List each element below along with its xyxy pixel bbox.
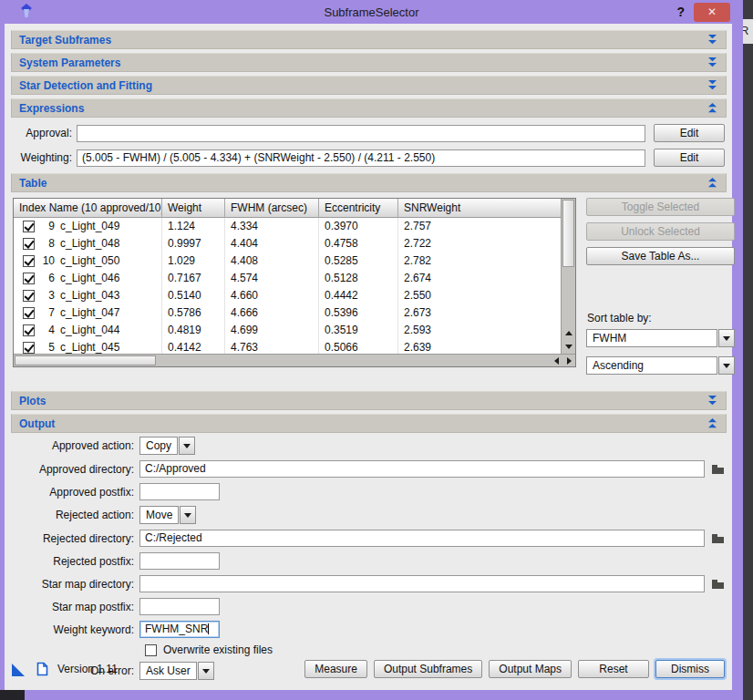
- dropdown-arrow-icon[interactable]: [718, 356, 735, 375]
- star-map-postfix-input[interactable]: [139, 598, 220, 615]
- horizontal-scrollbar[interactable]: [14, 354, 575, 366]
- sort-order-dropdown[interactable]: Ascending: [586, 356, 735, 375]
- row-checkbox[interactable]: [23, 342, 35, 354]
- weighting-edit-button[interactable]: Edit: [654, 149, 725, 167]
- rejected-postfix-input[interactable]: [139, 552, 220, 570]
- dropdown-arrow-icon[interactable]: [718, 329, 735, 347]
- table-header[interactable]: Index Name (10 approved/10) Weight FWHM …: [14, 199, 561, 218]
- overwrite-checkbox[interactable]: [145, 644, 157, 656]
- folder-browse-icon[interactable]: [711, 533, 725, 544]
- output-maps-button[interactable]: Output Maps: [489, 660, 572, 678]
- save-table-as-button[interactable]: Save Table As...: [586, 247, 735, 265]
- star-map-directory-input[interactable]: [139, 575, 705, 592]
- row-checkbox[interactable]: [23, 221, 35, 232]
- unlock-selected-button[interactable]: Unlock Selected: [586, 222, 735, 241]
- row-index: 9: [41, 218, 55, 235]
- row-checkbox[interactable]: [23, 307, 35, 319]
- output-subframes-button[interactable]: Output Subframes: [374, 660, 482, 678]
- approved-action-label: Approved action:: [11, 439, 139, 452]
- table-row[interactable]: 4c_Light_044 0.4819 4.699 0.3519 2.593: [14, 322, 561, 339]
- chevron-double-up-icon[interactable]: [707, 418, 718, 428]
- section-expressions-label: Expressions: [19, 102, 84, 115]
- row-checkbox[interactable]: [23, 290, 35, 302]
- approval-label: Approval:: [11, 127, 77, 139]
- chevron-double-up-icon[interactable]: [707, 178, 718, 188]
- folder-browse-icon[interactable]: [711, 464, 725, 475]
- subframeselector-dialog: SubframeSelector ? ✕ Target Subframes Sy…: [0, 0, 743, 700]
- section-system-parameters[interactable]: System Parameters: [11, 53, 727, 72]
- table-row[interactable]: 7c_Light_047 0.5786 4.666 0.5396 2.673: [14, 304, 561, 322]
- weight-keyword-input[interactable]: FWHM_SNR: [139, 621, 220, 638]
- scroll-right-icon[interactable]: [562, 357, 575, 365]
- table-row[interactable]: 9c_Light_049 1.124 4.334 0.3970 2.757: [14, 218, 561, 235]
- row-checkbox[interactable]: [23, 324, 35, 336]
- cell-fwhm: 4.763: [225, 339, 319, 354]
- workspace-corner: [0, 690, 25, 700]
- approved-directory-input[interactable]: C:/Approved: [139, 460, 705, 478]
- scroll-left-icon[interactable]: [550, 357, 562, 365]
- section-target-subframes[interactable]: Target Subframes: [11, 30, 727, 49]
- chevron-double-down-icon[interactable]: [707, 57, 718, 67]
- chevron-double-down-icon[interactable]: [707, 80, 718, 90]
- row-index: 3: [41, 287, 55, 304]
- cell-snrweight: 2.782: [398, 252, 561, 270]
- row-checkbox[interactable]: [23, 238, 35, 250]
- row-checkbox[interactable]: [23, 273, 35, 284]
- weight-keyword-label: Weight keyword:: [11, 623, 139, 636]
- measure-button[interactable]: Measure: [304, 660, 367, 678]
- browse-documentation-icon[interactable]: [36, 662, 48, 676]
- chevron-double-down-icon[interactable]: [707, 396, 718, 406]
- toggle-selected-button[interactable]: Toggle Selected: [586, 198, 735, 216]
- row-index: 4: [41, 322, 55, 339]
- dropdown-arrow-icon[interactable]: [180, 506, 196, 524]
- help-button[interactable]: ?: [667, 5, 694, 19]
- rejected-directory-input[interactable]: C:/Rejected: [139, 530, 705, 547]
- window-title: SubframeSelector: [0, 5, 743, 19]
- table-row[interactable]: 8c_Light_048 0.9997 4.404 0.4758 2.722: [14, 235, 561, 252]
- background-window-fragment: R: [743, 19, 753, 44]
- table-row[interactable]: 6c_Light_046 0.7167 4.574 0.5128 2.674: [14, 270, 561, 287]
- scroll-up-icon[interactable]: [562, 326, 575, 340]
- cell-eccentricity: 0.4442: [319, 287, 398, 304]
- cell-eccentricity: 0.4758: [319, 235, 398, 252]
- horizontal-scrollbar-thumb[interactable]: [15, 355, 156, 365]
- dropdown-arrow-icon[interactable]: [179, 437, 195, 455]
- title-bar[interactable]: SubframeSelector ? ✕: [0, 0, 743, 24]
- column-header-weight[interactable]: Weight: [162, 199, 225, 218]
- column-header-eccentricity[interactable]: Eccentricity: [319, 199, 398, 218]
- measurements-table[interactable]: Index Name (10 approved/10) Weight FWHM …: [13, 198, 576, 367]
- chevron-double-down-icon[interactable]: [707, 35, 718, 45]
- approval-edit-button[interactable]: Edit: [654, 124, 725, 142]
- cell-eccentricity: 0.3519: [319, 322, 398, 339]
- column-header-snrweight[interactable]: SNRWeight: [398, 199, 561, 218]
- sort-by-dropdown[interactable]: FWHM: [586, 329, 735, 347]
- rejected-action-dropdown[interactable]: Move: [139, 506, 196, 524]
- reset-button[interactable]: Reset: [578, 660, 649, 678]
- column-header-fwhm[interactable]: FWHM (arcsec): [225, 199, 319, 218]
- cell-weight: 0.4142: [162, 339, 225, 354]
- table-row[interactable]: 5c_Light_045 0.4142 4.763 0.5066 2.639: [14, 339, 561, 354]
- weighting-input[interactable]: (5.005 - FWHM) / (5.005 - 4.334) + (SNRW…: [77, 149, 645, 167]
- dismiss-button[interactable]: Dismiss: [655, 660, 725, 678]
- section-plots[interactable]: Plots: [11, 391, 727, 410]
- close-button[interactable]: ✕: [694, 3, 730, 22]
- column-header-index-name[interactable]: Index Name (10 approved/10): [14, 199, 162, 218]
- vertical-scrollbar-thumb[interactable]: [562, 200, 574, 267]
- approval-input[interactable]: [77, 125, 645, 142]
- cell-eccentricity: 0.5066: [319, 339, 398, 354]
- cell-eccentricity: 0.5128: [319, 270, 398, 287]
- table-row[interactable]: 10c_Light_050 1.029 4.408 0.5285 2.782: [14, 252, 561, 270]
- approved-action-dropdown[interactable]: Copy: [139, 437, 195, 455]
- row-checkbox[interactable]: [23, 255, 35, 267]
- table-row[interactable]: 3c_Light_043 0.5140 4.660 0.4442 2.550: [14, 287, 561, 304]
- scroll-down-icon[interactable]: [562, 340, 575, 354]
- section-expressions[interactable]: Expressions: [11, 98, 727, 118]
- section-output[interactable]: Output: [11, 414, 727, 433]
- approved-postfix-input[interactable]: [139, 483, 220, 500]
- new-instance-icon[interactable]: [12, 663, 26, 676]
- vertical-scrollbar[interactable]: [561, 199, 575, 354]
- section-star-detection[interactable]: Star Detection and Fitting: [11, 76, 727, 95]
- chevron-double-up-icon[interactable]: [707, 103, 718, 113]
- section-table[interactable]: Table: [11, 173, 727, 192]
- folder-browse-icon[interactable]: [711, 579, 725, 590]
